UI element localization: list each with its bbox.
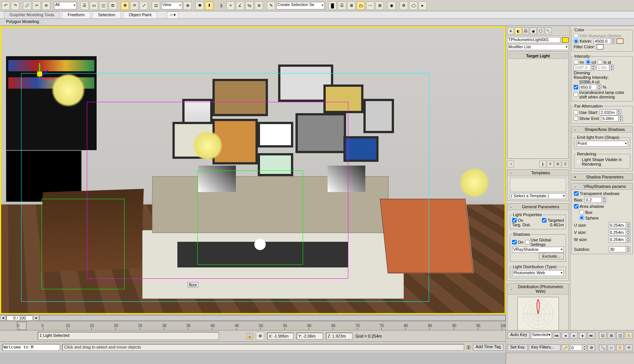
intensity-spinner[interactable]: ▴▾ [574, 65, 595, 71]
link-button[interactable]: 🔗 [23, 2, 31, 10]
ribbon-arrow[interactable]: ↔▾ [167, 11, 179, 18]
template-select[interactable]: ( Select a Template ) [510, 193, 566, 199]
tab-object-paint[interactable]: Object Paint [123, 11, 157, 18]
align-button[interactable]: ☰ [338, 2, 346, 10]
absolute-mode-button[interactable]: ⊕ [256, 332, 264, 340]
templates-header[interactable]: -Templates [508, 170, 568, 176]
tab-graphite[interactable]: Graphite Modeling Tools [4, 11, 60, 18]
key-filters-button[interactable]: Key Filters... [529, 344, 560, 351]
bias-spinner[interactable]: ▴▾ [585, 197, 606, 203]
layer-manager-button[interactable]: 🗀 [357, 2, 365, 10]
object-name-field[interactable]: TPhotometricLight001 [507, 37, 560, 43]
att-show-check[interactable]: Show [574, 116, 590, 121]
select-button[interactable]: ▭ [90, 2, 98, 10]
rendered-frame-button[interactable]: 🖵 [409, 2, 417, 10]
dist-type-select[interactable]: Photometric Web [512, 270, 564, 276]
usize-spinner[interactable]: ▴▾ [609, 222, 630, 228]
create-tab-icon[interactable]: ✳ [507, 28, 514, 34]
object-color-swatch[interactable] [562, 37, 569, 43]
incand-check[interactable]: Incandescent lamp color shift when dimmi… [574, 90, 631, 99]
att-end-spinner[interactable]: ▴▾ [601, 115, 623, 121]
use-global-check[interactable]: Use Global Settings [525, 238, 564, 247]
select-all-button[interactable]: ☰ [80, 2, 89, 10]
stack-item-target-light[interactable]: Target Light [509, 53, 567, 59]
x-coord[interactable]: X: [267, 333, 294, 339]
make-unique-icon[interactable]: ∀ [547, 161, 554, 167]
area-shadow-check[interactable]: Area shadow [574, 204, 630, 209]
viewport-nav4[interactable]: ✋ [625, 332, 632, 339]
ribbon-sub-polymod[interactable]: Polygon Modeling [3, 19, 42, 25]
subdivs-spinner[interactable]: ▴▾ [609, 246, 630, 252]
modify-tab-icon[interactable]: ◐ [515, 28, 522, 34]
next-frame-button[interactable]: ▸ [579, 332, 586, 339]
keyboard-shortcut-button[interactable]: ⬆ [205, 2, 213, 10]
kelvin-spinner[interactable]: ▴▾ [594, 38, 615, 44]
viewport-nav3[interactable]: ◫ [616, 332, 624, 339]
listener-input[interactable] [2, 344, 60, 351]
utilities-tab-icon[interactable]: 🔧 [545, 28, 552, 34]
general-params-header[interactable]: -General Parameters [508, 204, 568, 210]
remove-mod-icon[interactable]: ☒ [554, 161, 561, 167]
trackbar-track[interactable] [39, 315, 506, 321]
goto-start-button[interactable]: ⏮ [553, 332, 560, 339]
selection-lock-icon[interactable]: 🔒 [247, 333, 253, 339]
pan-button[interactable]: ✋ [616, 344, 624, 351]
key-filter-select[interactable]: Selected [531, 332, 552, 339]
trackbar-prev[interactable]: ◂ [0, 315, 6, 321]
move-button[interactable]: ✥ [121, 2, 129, 10]
mirror-button[interactable]: ▐▌ [328, 2, 337, 10]
shape-type-select[interactable]: Point [576, 141, 628, 147]
prev-frame-button[interactable]: ◂ [562, 332, 569, 339]
shadow-params-header[interactable]: +Shadow Parameters [572, 174, 632, 180]
tab-freeform[interactable]: Freeform [62, 11, 90, 18]
pin-stack-icon[interactable]: ⊣ [507, 161, 514, 167]
tab-selection[interactable]: Selection [92, 11, 121, 18]
ref-coord-button[interactable]: ⊡ [152, 2, 160, 10]
motion-tab-icon[interactable]: ◉ [530, 28, 537, 34]
selection-filter[interactable]: All [54, 2, 77, 9]
named-sel-set[interactable]: Create Selection Se [276, 2, 325, 9]
ref-coord-system[interactable]: View [161, 2, 182, 9]
manipulate-button[interactable]: ✱ [195, 2, 204, 10]
lx-radio[interactable]: lx at [597, 60, 611, 65]
window-crossing-button[interactable]: ⧉ [109, 2, 117, 10]
wsize-spinner[interactable]: ▴▾ [609, 237, 630, 243]
named-sel-button[interactable]: ✎ [267, 2, 275, 10]
pivot-button[interactable]: ⊕ [183, 2, 192, 10]
redo-button[interactable]: ↷ [11, 2, 19, 10]
vsize-spinner[interactable]: ▴▾ [609, 229, 630, 235]
hierarchy-tab-icon[interactable]: 品 [522, 28, 529, 34]
layers-button[interactable]: ≣ [347, 2, 355, 10]
shadow-type-select[interactable]: VRayShadow [512, 247, 564, 253]
rotate-button[interactable]: ⟳ [130, 2, 138, 10]
percent-snap-button[interactable]: % [245, 2, 254, 10]
time-config-button[interactable]: ⚙ [588, 344, 595, 351]
render-setup-button[interactable]: ⚙ [400, 2, 408, 10]
angle-snap-button[interactable]: ∠ [236, 2, 244, 10]
timeline[interactable]: 0510152025303540455055606570758085909510… [0, 321, 506, 330]
z-coord[interactable]: Z: [326, 333, 352, 339]
show-end-result-icon[interactable]: ‖ [539, 161, 546, 167]
shadows-on-check[interactable]: On [512, 240, 523, 244]
intensity-dist-spinner[interactable]: ▴▾ [597, 65, 614, 71]
configure-sets-icon[interactable]: ☰ [562, 161, 569, 167]
dist-web-header[interactable]: -Distribution (Photometric Web) [508, 284, 568, 295]
current-frame-spinner[interactable]: ▴▾ [570, 345, 586, 351]
set-key-button[interactable]: Set Key [508, 344, 528, 351]
trackbar-next[interactable]: ▸ [34, 315, 39, 321]
zoom-button[interactable]: 🔍 [599, 344, 606, 351]
vray-shadows-header[interactable]: -VRayShadows params [572, 183, 632, 190]
snap-toggle-button[interactable]: ⌖ [226, 2, 235, 10]
modifier-list[interactable]: Modifier List [507, 44, 569, 50]
unlink-button[interactable]: ✂ [32, 2, 41, 10]
modifier-stack[interactable]: Target Light [507, 51, 569, 159]
key-mode-button[interactable]: 🔑 [562, 344, 569, 351]
script-lock-icon[interactable]: 🛈 [466, 345, 471, 350]
time-tag-button[interactable]: Add Time Tag [473, 344, 503, 351]
active-viewport[interactable]: [ + ] [ VRayPhysicalCamera001 ] [ Smooth… [0, 26, 506, 314]
move-gizmo[interactable] [26, 65, 57, 95]
att-start-spinner[interactable]: ▴▾ [600, 109, 621, 115]
shape-header[interactable]: -Shape/Area Shadows [572, 126, 632, 133]
display-tab-icon[interactable]: 🖵 [537, 28, 544, 34]
exclude-button[interactable]: Exclude... [539, 253, 564, 260]
